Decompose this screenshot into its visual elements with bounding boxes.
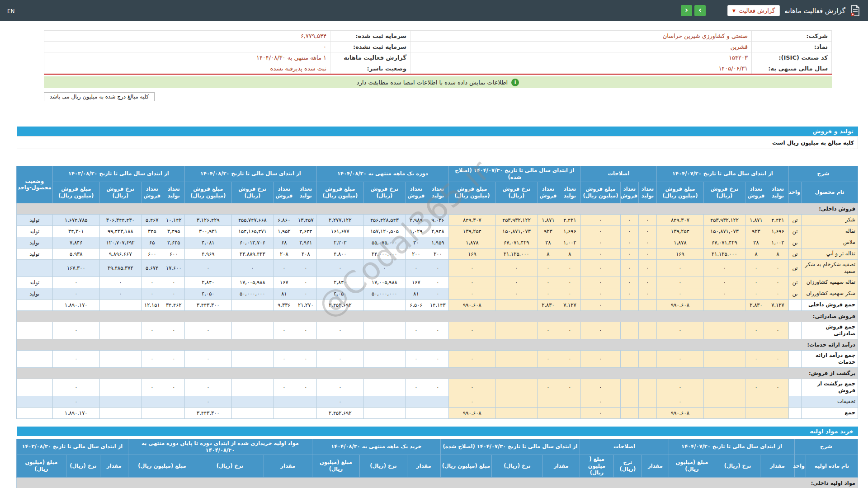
value-cell: ۰ [184,379,231,396]
sub-header-cell: تعداد تولید [427,182,448,203]
value-cell: ۹,۸۹۶,۶۶۷ [99,248,141,259]
value-cell [363,299,405,310]
million-rial-note: کلیه مبالغ درج شده به میلیون ریال می باش… [44,92,155,101]
info-icon: i [511,79,519,86]
value-cell: ۰ [537,379,559,396]
value-cell: ۰ [767,259,788,277]
status-header-cell: وضعیت محصول-واحد [16,166,52,203]
sub-header-cell: تعداد تولید [767,182,788,203]
value-cell: ۰ [427,350,448,367]
value-cell: ۸ [767,248,788,259]
value-cell: ۰ [537,322,559,339]
value-cell: ۰ [537,259,559,277]
table-subheader-row: نام ماده اولیهواحدمقدارنرخ (ریال)مبلغ (م… [16,455,858,477]
language-toggle-en[interactable]: EN [7,8,15,14]
value-cell [141,396,163,408]
value-cell: ۰ [580,299,620,310]
company-label: شرکت: [752,31,832,42]
value-cell: ۴۰ [405,237,427,248]
value-cell: ۱,۶۹۶ [767,225,788,237]
value-cell: ۰ [745,379,767,396]
value-cell: ۶۰۰ [163,248,184,259]
value-cell [231,408,273,419]
value-cell: ۰ [620,259,638,277]
value-cell: ۰ [405,322,427,339]
value-cell: ۴۵۵,۷۴۷,۶۶۸ [231,214,273,225]
sub-header-cell: نرخ (ریال) [613,455,642,477]
value-cell: ۰ [163,277,184,288]
value-cell: ۶,۸۶۰ [273,214,295,225]
value-cell: ۰ [580,277,620,288]
sub-header-cell: مبلغ فروش (میلیون ریال) [656,182,703,203]
value-cell: ۰ [703,259,745,277]
value-cell: ۰ [184,396,231,408]
value-cell [638,379,656,396]
value-cell: ۲۳,۸۸۹,۴۲۳ [231,248,273,259]
value-cell: ۱۵۴,۱۶۵,۴۷۱ [231,225,273,237]
value-cell: ۰ [448,322,495,339]
value-cell: ۱,۸۷۱ [745,214,767,225]
value-cell: ۹۹۰,۶۰۸ [448,408,495,419]
value-cell [295,408,316,419]
value-cell [745,396,767,408]
value-cell: ۰ [184,350,231,367]
next-report-button[interactable]: › [694,5,706,16]
value-cell [703,322,745,339]
value-cell: ۰ [638,237,656,248]
value-cell [638,299,656,310]
value-cell: ۵۵,۰۷۵,۰۰۰ [363,237,405,248]
unit-cell: تن [788,237,801,248]
value-cell: ۰ [427,379,448,396]
value-cell [99,396,141,408]
sub-header-cell: نرخ (ریال) [196,455,264,477]
table-row: شکرتن۴,۴۲۱۱,۸۷۱۴۵۳,۹۳۲,۱۲۲۸۴۹,۳۰۷۰۰۰۴,۴۲… [16,214,858,225]
value-cell: ۰ [52,396,99,408]
value-cell: ۰ [580,214,620,225]
status-cell [16,322,52,339]
value-cell: ۰ [745,259,767,277]
value-cell: ۰ [745,288,767,299]
previous-report-button[interactable]: ‹ [681,5,692,16]
table-row: برگشت از فروش: [16,367,858,379]
publisher-status-label: وضعیت ناشر: [330,63,410,75]
value-cell: ۶۵ [141,237,163,248]
table-row: جمع فروش داخلی۷,۱۲۷۲,۸۳۰۹۹۰,۶۰۸۰۷,۱۲۷۲,۸… [16,299,858,310]
value-cell: ۰ [52,350,99,367]
value-cell: ۰ [427,277,448,288]
value-cell: ۱۶۹ [448,248,495,259]
table-row: شرکت: صنعتي و کشاورزي شيرين خراسان سرمای… [44,31,832,42]
sub-header-cell: تعداد تولید [295,182,316,203]
value-cell: ۰ [295,350,316,367]
value-cell: ۰ [52,288,99,299]
value-cell: ۰ [580,408,620,419]
isic-code-label: کد صنعت (ISIC): [752,52,832,63]
unit-cell: تن [788,214,801,225]
value-cell: ۵,۶۷۴ [141,259,163,277]
sub-header-cell: مبلغ ( میلیون ریال) [580,455,613,477]
value-cell: ۸۱ [405,288,427,299]
value-cell: ۳۰۰,۹۳۱ [184,225,231,237]
value-cell: ۰ [163,350,184,367]
value-cell: ۱۳,۴۵۷ [295,214,316,225]
sub-header-cell: نرخ (ریال) [491,455,542,477]
unit-cell: تن [788,277,801,288]
value-cell: ۰ [141,379,163,396]
row-label-cell: جمع فروش داخلی [802,299,858,310]
sub-header-cell: نرخ فروش (ریال) [231,182,273,203]
status-cell: تولید [16,237,52,248]
report-type-dropdown[interactable]: گزارش فعالیت ▼ [727,5,780,16]
value-cell [703,396,745,408]
value-cell: ۶۰۰ [141,248,163,259]
sub-header-cell: نرخ فروش (ریال) [495,182,537,203]
value-cell: ۰ [638,214,656,225]
value-cell: ۱۵۰,۸۷۱,۰۷۳ [495,225,537,237]
value-cell: ۰ [620,288,638,299]
sub-header-cell: مقدار [407,455,440,477]
value-cell: ۱۷,۰۰۵,۹۸۸ [363,277,405,288]
value-cell: ۴۵۳,۹۳۲,۱۲۲ [495,214,537,225]
value-cell: ۰ [427,288,448,299]
value-cell: ۲,۲۷۷,۱۲۲ [316,214,363,225]
value-cell [99,322,141,339]
value-cell: ۱۰,۱۴۲ [163,214,184,225]
unit-header-cell: واحد [788,182,801,203]
